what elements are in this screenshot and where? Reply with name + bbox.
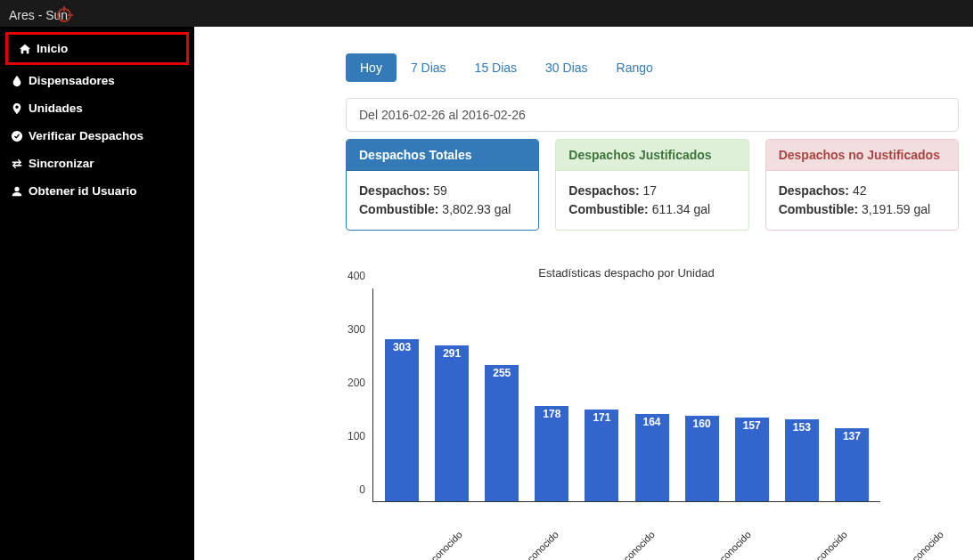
card-justificados: Despachos Justificados Despachos: 17 Com… (555, 139, 748, 231)
date-range-display: Del 2016-02-26 al 2016-02-26 (346, 98, 959, 132)
y-tick: 0 (359, 483, 365, 496)
plot-area: 303291255178171164160157153137 (372, 288, 880, 502)
tab-7-dias[interactable]: 7 Dias (397, 53, 461, 82)
x-tick-label: Destino Desconocido (391, 529, 464, 560)
sidebar-item-label: Dispensadores (29, 74, 115, 87)
chart-title: Estadísticas despacho por Unidad (372, 266, 880, 280)
bar-wrap: 255 (478, 365, 525, 501)
label: Despachos: (359, 183, 433, 198)
bar[interactable]: 178 (535, 406, 568, 501)
y-tick: 200 (348, 377, 365, 389)
label: Combustible: (779, 202, 862, 216)
bar[interactable]: 291 (435, 345, 469, 501)
bar-wrap: 171 (578, 410, 625, 501)
bar[interactable]: 157 (735, 418, 769, 501)
value: 17 (643, 183, 658, 198)
bar[interactable]: 255 (485, 365, 519, 501)
x-tick-label: Destino Desconocido (969, 529, 973, 560)
y-tick: 100 (348, 430, 365, 442)
bar[interactable]: 137 (835, 428, 869, 501)
x-tick-label: Destino Desconocido (872, 529, 945, 560)
bar[interactable]: 171 (585, 410, 618, 501)
bar-value-label: 171 (585, 411, 618, 424)
bars: 303291255178171164160157153137 (373, 288, 880, 501)
sidebar-item-verificar[interactable]: Verificar Despachos (0, 122, 194, 150)
bar-value-label: 255 (485, 367, 519, 379)
x-tick-label: Destino Desconocido (680, 529, 753, 560)
y-tick: 300 (348, 323, 365, 336)
label: Despachos: (779, 183, 853, 198)
label: Combustible: (359, 202, 442, 216)
bar-value-label: 137 (835, 430, 869, 442)
card-body: Despachos: 59 Combustible: 3,802.93 gal (347, 171, 538, 230)
x-tick-label: Destino Desconocido (487, 529, 560, 560)
bar-wrap: 137 (829, 428, 875, 501)
tab-30-dias[interactable]: 30 Dias (531, 53, 601, 82)
sidebar-item-unidades[interactable]: Unidades (0, 94, 194, 122)
card-title: Despachos Totales (347, 140, 538, 171)
sidebar-item-inicio[interactable]: Inicio (5, 32, 189, 65)
sidebar: Inicio Dispensadores Unidades Verificar … (0, 27, 194, 560)
main-content: Hoy 7 Dias 15 Dias 30 Dias Rango Del 201… (194, 27, 973, 560)
chart-area: Estadísticas despacho por Unidad 0100200… (274, 266, 880, 560)
topbar: Ares - Sun (0, 0, 973, 27)
time-range-tabs: Hoy 7 Dias 15 Dias 30 Dias Rango (346, 53, 959, 82)
home-icon (19, 43, 31, 55)
tab-15-dias[interactable]: 15 Dias (461, 53, 531, 82)
value: 611.34 gal (652, 202, 710, 216)
brand-target-icon (57, 8, 71, 22)
user-icon (11, 185, 23, 198)
sync-icon (11, 158, 23, 170)
card-title: Despachos no Justificados (766, 140, 958, 171)
bar-wrap: 178 (528, 406, 575, 501)
card-totales: Despachos Totales Despachos: 59 Combusti… (346, 139, 539, 231)
value: 42 (853, 183, 867, 198)
tab-hoy[interactable]: Hoy (346, 53, 397, 82)
sidebar-item-label: Verificar Despachos (29, 129, 143, 142)
summary-cards: Despachos Totales Despachos: 59 Combusti… (346, 139, 959, 231)
chart-container: 0100200300400 30329125517817116416015715… (274, 288, 880, 560)
bar-value-label: 178 (535, 408, 568, 420)
sidebar-item-label: Inicio (37, 42, 68, 55)
bar[interactable]: 303 (385, 339, 419, 501)
bar-wrap: 303 (379, 339, 425, 501)
card-title: Despachos Justificados (556, 140, 748, 171)
bar-value-label: 153 (785, 421, 819, 434)
bar[interactable]: 153 (785, 419, 819, 501)
x-axis-labels: Destino DesconocidoDestino DesconocidoDe… (372, 507, 880, 518)
bar-wrap: 160 (679, 416, 725, 501)
map-pin-icon (11, 102, 23, 115)
bar-wrap: 164 (628, 414, 675, 501)
card-body: Despachos: 17 Combustible: 611.34 gal (556, 171, 748, 230)
bar-value-label: 303 (385, 341, 419, 353)
value: 59 (433, 183, 447, 198)
x-tick-label: Destino Desconocido (776, 529, 849, 560)
brand-ares: Ares - (9, 8, 45, 22)
bar[interactable]: 160 (685, 416, 719, 501)
sidebar-item-obtener-id[interactable]: Obtener id Usuario (0, 177, 194, 205)
sidebar-item-label: Unidades (29, 101, 83, 115)
card-body: Despachos: 42 Combustible: 3,191.59 gal (766, 171, 958, 230)
y-tick: 400 (348, 270, 365, 282)
bar-value-label: 160 (685, 418, 719, 430)
bar-value-label: 157 (735, 419, 769, 432)
bar-wrap: 291 (429, 345, 475, 501)
sidebar-item-label: Sincronizar (29, 157, 94, 170)
bar-wrap: 157 (729, 418, 775, 501)
x-tick-label: Destino Desconocido (584, 529, 657, 560)
sidebar-item-dispensadores[interactable]: Dispensadores (0, 67, 194, 94)
bar-wrap: 153 (779, 419, 825, 501)
label: Combustible: (568, 202, 651, 216)
bar[interactable]: 164 (635, 414, 669, 501)
y-axis: 0100200300400 (337, 288, 372, 502)
sidebar-item-label: Obtener id Usuario (29, 184, 137, 198)
label: Despachos: (568, 183, 642, 198)
drop-icon (11, 75, 23, 87)
bar-value-label: 164 (635, 416, 669, 428)
value: 3,191.59 gal (862, 202, 930, 216)
check-circle-icon (11, 130, 23, 142)
card-no-justificados: Despachos no Justificados Despachos: 42 … (765, 139, 959, 231)
tab-rango[interactable]: Rango (602, 53, 667, 82)
sidebar-item-sincronizar[interactable]: Sincronizar (0, 150, 194, 177)
brand[interactable]: Ares - Sun (9, 5, 71, 22)
